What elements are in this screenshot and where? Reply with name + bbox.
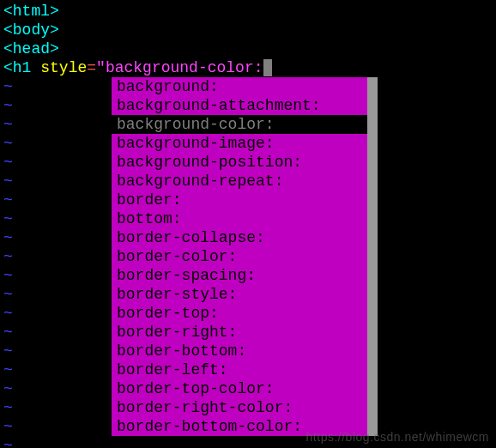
code-line: <html> — [3, 2, 493, 21]
autocomplete-item[interactable]: background-repeat: — [112, 172, 367, 191]
bracket-open: < — [3, 40, 13, 58]
tag-body: body — [13, 21, 50, 39]
autocomplete-popup[interactable]: background:background-attachment:backgro… — [112, 77, 378, 436]
text-cursor — [263, 59, 272, 76]
code-line: <head> — [3, 39, 493, 58]
bracket-close: > — [50, 3, 59, 20]
equals-sign: = — [87, 59, 96, 76]
bracket-open: < — [3, 59, 13, 76]
autocomplete-item[interactable]: border-collapse: — [112, 228, 367, 247]
autocomplete-item[interactable]: border: — [112, 191, 367, 209]
autocomplete-item[interactable]: background-image: — [112, 134, 367, 153]
autocomplete-item[interactable]: border-right: — [112, 323, 367, 342]
tag-html: html — [13, 3, 50, 20]
autocomplete-list[interactable]: background:background-attachment:backgro… — [112, 77, 367, 436]
autocomplete-item[interactable]: background-attachment: — [112, 96, 367, 115]
tag-head: head — [13, 40, 50, 58]
autocomplete-item[interactable]: border-spacing: — [112, 266, 367, 285]
autocomplete-item[interactable]: bottom: — [112, 209, 367, 228]
autocomplete-item[interactable]: border-color: — [112, 247, 367, 266]
bracket-close: > — [50, 21, 59, 39]
bracket-close: > — [50, 40, 59, 58]
autocomplete-item[interactable]: border-left: — [112, 360, 367, 379]
autocomplete-item[interactable]: border-style: — [112, 285, 367, 304]
autocomplete-item[interactable]: background-color: — [112, 115, 367, 134]
autocomplete-item[interactable]: border-top: — [112, 304, 367, 323]
autocomplete-item[interactable]: border-bottom: — [112, 342, 367, 360]
string-value: background-color: — [106, 59, 263, 76]
autocomplete-item[interactable]: border-right-color: — [112, 398, 367, 417]
tag-h1: h1 — [13, 59, 32, 76]
autocomplete-item[interactable]: border-top-color: — [112, 379, 367, 398]
code-line: <h1 style="background-color: — [3, 58, 493, 77]
bracket-open: < — [3, 3, 13, 20]
attr-style: style — [40, 59, 87, 76]
autocomplete-item[interactable]: background-position: — [112, 153, 367, 172]
watermark-text: https://blog.csdn.net/whimewcm — [306, 427, 489, 446]
code-line: <body> — [3, 21, 493, 39]
autocomplete-item[interactable]: background: — [112, 77, 367, 96]
scrollbar[interactable] — [367, 77, 378, 436]
string-quote: " — [96, 59, 106, 76]
bracket-open: < — [3, 21, 13, 39]
